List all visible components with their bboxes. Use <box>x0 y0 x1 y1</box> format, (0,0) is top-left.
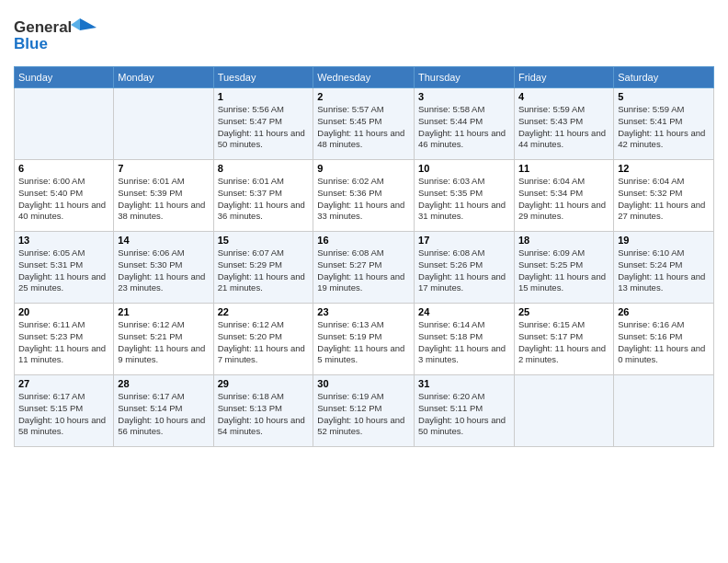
day-number: 26 <box>618 306 710 317</box>
day-number: 18 <box>518 235 609 246</box>
day-info: Sunrise: 6:12 AM Sunset: 5:21 PM Dayligh… <box>118 319 209 366</box>
weekday-header-friday: Friday <box>514 67 613 88</box>
day-number: 31 <box>418 378 510 389</box>
day-info: Sunrise: 6:04 AM Sunset: 5:32 PM Dayligh… <box>618 176 710 223</box>
day-info: Sunrise: 6:17 AM Sunset: 5:14 PM Dayligh… <box>118 391 209 438</box>
calendar-cell: 5Sunrise: 5:59 AM Sunset: 5:41 PM Daylig… <box>614 88 714 160</box>
day-number: 16 <box>317 235 410 246</box>
day-info: Sunrise: 5:58 AM Sunset: 5:44 PM Dayligh… <box>418 104 510 151</box>
day-info: Sunrise: 6:15 AM Sunset: 5:17 PM Dayligh… <box>518 319 609 366</box>
day-number: 17 <box>418 235 510 246</box>
day-number: 5 <box>618 91 710 102</box>
day-number: 9 <box>317 163 410 174</box>
day-number: 3 <box>418 91 510 102</box>
day-number: 27 <box>18 378 109 389</box>
calendar-cell: 20Sunrise: 6:11 AM Sunset: 5:23 PM Dayli… <box>15 304 114 375</box>
week-row-4: 20Sunrise: 6:11 AM Sunset: 5:23 PM Dayli… <box>15 304 714 375</box>
weekday-header-wednesday: Wednesday <box>313 67 415 88</box>
day-info: Sunrise: 6:06 AM Sunset: 5:30 PM Dayligh… <box>118 247 209 294</box>
calendar-cell <box>614 375 714 447</box>
day-number: 10 <box>418 163 510 174</box>
calendar-cell <box>514 375 613 447</box>
logo: General Blue <box>14 14 101 59</box>
calendar-cell: 23Sunrise: 6:13 AM Sunset: 5:19 PM Dayli… <box>313 304 415 375</box>
day-info: Sunrise: 6:18 AM Sunset: 5:13 PM Dayligh… <box>218 391 310 438</box>
weekday-header-saturday: Saturday <box>614 67 714 88</box>
weekday-header-sunday: Sunday <box>15 67 114 88</box>
calendar-cell: 3Sunrise: 5:58 AM Sunset: 5:44 PM Daylig… <box>415 88 515 160</box>
calendar-cell: 18Sunrise: 6:09 AM Sunset: 5:25 PM Dayli… <box>514 232 613 304</box>
calendar-cell: 11Sunrise: 6:04 AM Sunset: 5:34 PM Dayli… <box>514 160 613 232</box>
day-info: Sunrise: 6:02 AM Sunset: 5:36 PM Dayligh… <box>317 176 410 223</box>
day-number: 21 <box>118 306 209 317</box>
calendar-cell: 24Sunrise: 6:14 AM Sunset: 5:18 PM Dayli… <box>415 304 515 375</box>
day-number: 2 <box>317 91 410 102</box>
day-number: 12 <box>618 163 710 174</box>
calendar-cell: 15Sunrise: 6:07 AM Sunset: 5:29 PM Dayli… <box>213 232 313 304</box>
week-row-5: 27Sunrise: 6:17 AM Sunset: 5:15 PM Dayli… <box>15 375 714 447</box>
calendar-cell: 31Sunrise: 6:20 AM Sunset: 5:11 PM Dayli… <box>415 375 515 447</box>
svg-marker-3 <box>71 18 80 30</box>
calendar-cell: 13Sunrise: 6:05 AM Sunset: 5:31 PM Dayli… <box>15 232 114 304</box>
day-number: 15 <box>218 235 310 246</box>
weekday-header-tuesday: Tuesday <box>213 67 313 88</box>
calendar-cell: 28Sunrise: 6:17 AM Sunset: 5:14 PM Dayli… <box>114 375 213 447</box>
svg-text:General: General <box>14 18 72 36</box>
day-info: Sunrise: 5:56 AM Sunset: 5:47 PM Dayligh… <box>218 104 310 151</box>
calendar-cell: 27Sunrise: 6:17 AM Sunset: 5:15 PM Dayli… <box>15 375 114 447</box>
day-info: Sunrise: 5:57 AM Sunset: 5:45 PM Dayligh… <box>317 104 410 151</box>
day-info: Sunrise: 6:14 AM Sunset: 5:18 PM Dayligh… <box>418 319 510 366</box>
day-number: 25 <box>518 306 609 317</box>
calendar-cell: 17Sunrise: 6:08 AM Sunset: 5:26 PM Dayli… <box>415 232 515 304</box>
page-container: General Blue SundayMondayTuesdayWednesda… <box>0 0 728 456</box>
calendar-cell: 22Sunrise: 6:12 AM Sunset: 5:20 PM Dayli… <box>213 304 313 375</box>
day-number: 30 <box>317 378 410 389</box>
week-row-1: 1Sunrise: 5:56 AM Sunset: 5:47 PM Daylig… <box>15 88 714 160</box>
calendar-cell: 9Sunrise: 6:02 AM Sunset: 5:36 PM Daylig… <box>313 160 415 232</box>
calendar-cell: 30Sunrise: 6:19 AM Sunset: 5:12 PM Dayli… <box>313 375 415 447</box>
week-row-3: 13Sunrise: 6:05 AM Sunset: 5:31 PM Dayli… <box>15 232 714 304</box>
day-info: Sunrise: 6:09 AM Sunset: 5:25 PM Dayligh… <box>518 247 609 294</box>
day-number: 23 <box>317 306 410 317</box>
calendar-cell: 21Sunrise: 6:12 AM Sunset: 5:21 PM Dayli… <box>114 304 213 375</box>
svg-marker-2 <box>80 18 97 30</box>
calendar-cell: 7Sunrise: 6:01 AM Sunset: 5:39 PM Daylig… <box>114 160 213 232</box>
day-number: 1 <box>218 91 310 102</box>
day-number: 8 <box>218 163 310 174</box>
week-row-2: 6Sunrise: 6:00 AM Sunset: 5:40 PM Daylig… <box>15 160 714 232</box>
calendar-table: SundayMondayTuesdayWednesdayThursdayFrid… <box>14 66 714 447</box>
day-number: 14 <box>118 235 209 246</box>
calendar-cell: 26Sunrise: 6:16 AM Sunset: 5:16 PM Dayli… <box>614 304 714 375</box>
day-number: 29 <box>218 378 310 389</box>
day-info: Sunrise: 6:13 AM Sunset: 5:19 PM Dayligh… <box>317 319 410 366</box>
day-number: 11 <box>518 163 609 174</box>
calendar-cell: 2Sunrise: 5:57 AM Sunset: 5:45 PM Daylig… <box>313 88 415 160</box>
logo-text: General Blue <box>14 14 101 59</box>
calendar-cell: 8Sunrise: 6:01 AM Sunset: 5:37 PM Daylig… <box>213 160 313 232</box>
day-number: 6 <box>18 163 109 174</box>
day-info: Sunrise: 6:05 AM Sunset: 5:31 PM Dayligh… <box>18 247 109 294</box>
day-info: Sunrise: 6:08 AM Sunset: 5:27 PM Dayligh… <box>317 247 410 294</box>
day-number: 24 <box>418 306 510 317</box>
day-info: Sunrise: 6:07 AM Sunset: 5:29 PM Dayligh… <box>218 247 310 294</box>
day-info: Sunrise: 5:59 AM Sunset: 5:43 PM Dayligh… <box>518 104 609 151</box>
day-info: Sunrise: 6:20 AM Sunset: 5:11 PM Dayligh… <box>418 391 510 438</box>
day-number: 19 <box>618 235 710 246</box>
day-number: 28 <box>118 378 209 389</box>
calendar-cell <box>114 88 213 160</box>
calendar-cell: 10Sunrise: 6:03 AM Sunset: 5:35 PM Dayli… <box>415 160 515 232</box>
day-info: Sunrise: 6:17 AM Sunset: 5:15 PM Dayligh… <box>18 391 109 438</box>
day-number: 13 <box>18 235 109 246</box>
weekday-header-monday: Monday <box>114 67 213 88</box>
day-info: Sunrise: 6:19 AM Sunset: 5:12 PM Dayligh… <box>317 391 410 438</box>
calendar-cell: 6Sunrise: 6:00 AM Sunset: 5:40 PM Daylig… <box>15 160 114 232</box>
day-info: Sunrise: 6:01 AM Sunset: 5:39 PM Dayligh… <box>118 176 209 223</box>
calendar-cell: 25Sunrise: 6:15 AM Sunset: 5:17 PM Dayli… <box>514 304 613 375</box>
header-row: SundayMondayTuesdayWednesdayThursdayFrid… <box>15 67 714 88</box>
day-number: 4 <box>518 91 609 102</box>
weekday-header-thursday: Thursday <box>415 67 515 88</box>
day-info: Sunrise: 6:04 AM Sunset: 5:34 PM Dayligh… <box>518 176 609 223</box>
calendar-cell: 19Sunrise: 6:10 AM Sunset: 5:24 PM Dayli… <box>614 232 714 304</box>
calendar-cell: 12Sunrise: 6:04 AM Sunset: 5:32 PM Dayli… <box>614 160 714 232</box>
day-info: Sunrise: 6:01 AM Sunset: 5:37 PM Dayligh… <box>218 176 310 223</box>
